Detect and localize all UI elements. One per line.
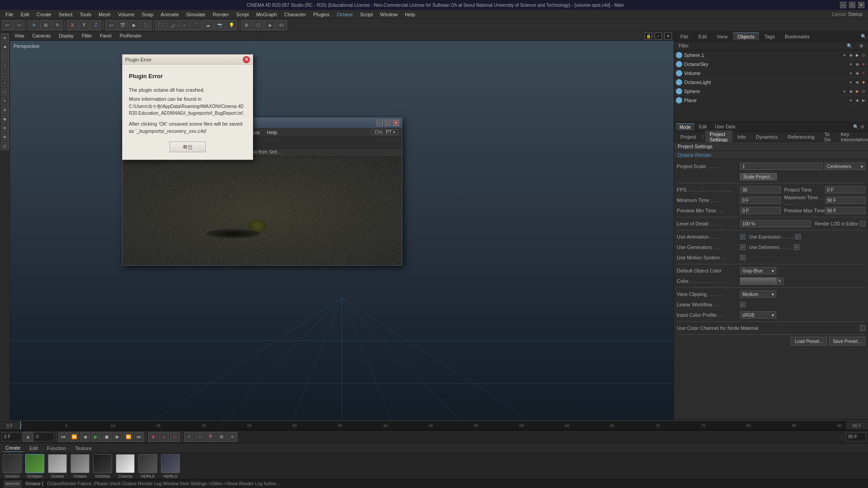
menu-character[interactable]: Character bbox=[281, 11, 310, 18]
obj-row-sphere1[interactable]: Sphere.1 ● ◆ ▶ ⊙ bbox=[674, 51, 868, 60]
lv-close-btn[interactable]: ✕ bbox=[393, 120, 399, 126]
tb-obj-y[interactable]: Y bbox=[79, 20, 90, 30]
obj-tag1-octanelight[interactable]: ■ bbox=[861, 80, 866, 85]
obj-tb-filter[interactable]: Filter bbox=[676, 43, 691, 49]
side-btn-13[interactable]: ◫ bbox=[1, 142, 9, 150]
side-btn-5[interactable]: ⋯ bbox=[1, 70, 9, 78]
obj-vis-sphere[interactable]: ● bbox=[842, 89, 847, 94]
tc-rewind-end[interactable]: ⏮ bbox=[58, 432, 68, 442]
vp-menu-filter[interactable]: Filter bbox=[79, 33, 94, 39]
obj-vis-octanelight[interactable]: ● bbox=[848, 80, 854, 85]
obj-vis-sphere1[interactable]: ● bbox=[842, 52, 847, 58]
vp-menu-panel[interactable]: Panel bbox=[97, 33, 114, 39]
obj-tag1-octanesky[interactable]: ■ bbox=[861, 61, 866, 67]
obj-vis-octanesky[interactable]: ● bbox=[848, 61, 854, 67]
mat-tab-function[interactable]: Function bbox=[44, 445, 69, 452]
tb-scale[interactable]: ⊞ bbox=[40, 20, 51, 30]
tab-view[interactable]: View bbox=[712, 33, 732, 40]
obj-vis-volume[interactable]: ● bbox=[848, 70, 854, 76]
prop-check-gen[interactable] bbox=[740, 244, 745, 250]
load-preset-button[interactable]: Load Preset... bbox=[791, 337, 827, 346]
prop-value-lod[interactable]: 100 % bbox=[740, 220, 811, 227]
tc-record2[interactable]: ● bbox=[159, 432, 169, 442]
tb-sel-rect[interactable]: ▭ bbox=[105, 20, 116, 30]
tc-stop[interactable]: ◼ bbox=[102, 432, 112, 442]
props-config-btn[interactable]: ⚙ bbox=[860, 124, 864, 129]
menu-render[interactable]: Render bbox=[209, 11, 232, 18]
tb-cam[interactable]: 📷 bbox=[214, 20, 225, 30]
tc-prev-key[interactable]: ⏪ bbox=[69, 432, 79, 442]
props-search-btn[interactable]: 🔍 bbox=[853, 124, 859, 129]
obj-tag1-plane[interactable]: ▶ bbox=[861, 98, 866, 103]
side-btn-9[interactable]: ⚙ bbox=[1, 106, 9, 114]
menu-plugins[interactable]: Plugins bbox=[310, 11, 333, 18]
obj-search-btn[interactable]: 🔍 bbox=[861, 34, 866, 39]
side-btn-4[interactable]: ○ bbox=[1, 61, 9, 69]
obj-render-volume[interactable]: ◆ bbox=[854, 70, 860, 76]
pe-close-button[interactable]: ✕ bbox=[243, 56, 250, 63]
vp-menu-display[interactable]: Display bbox=[56, 33, 76, 39]
tb-obj-z[interactable]: Z bbox=[90, 20, 101, 30]
obj-tb-search[interactable]: 🔍 bbox=[844, 43, 855, 49]
obj-row-octanelight[interactable]: OctaneLight ● ◆ ■ bbox=[674, 78, 868, 87]
tb-rotate[interactable]: ↻ bbox=[52, 20, 63, 30]
tb-render3[interactable]: ⬛ bbox=[141, 20, 151, 30]
side-btn-11[interactable]: ⊞ bbox=[1, 124, 9, 132]
obj-row-plane[interactable]: Plane ● ◆ ▶ bbox=[674, 96, 868, 105]
tb-wire[interactable]: ⬡ bbox=[253, 20, 264, 30]
mat-item-octglos[interactable]: OctGlos bbox=[3, 454, 22, 479]
menu-simulate[interactable]: Simulate bbox=[183, 11, 209, 18]
obj-render-octanesky[interactable]: ◆ bbox=[854, 61, 860, 67]
menu-octane[interactable]: Octane bbox=[333, 11, 356, 18]
prop-value-maxtime[interactable]: 90 F bbox=[825, 197, 866, 204]
tb-env[interactable]: ☁ bbox=[203, 20, 213, 30]
props-dynamics[interactable]: Dynamics bbox=[751, 133, 782, 141]
mat-item-octglos2[interactable]: OctGlos bbox=[93, 454, 112, 479]
tc-grid[interactable]: ⊞ bbox=[217, 432, 226, 442]
tab-bookmarks[interactable]: Bookmarks bbox=[780, 33, 814, 40]
menu-snap[interactable]: Snap bbox=[138, 11, 157, 18]
prop-value-projtime[interactable]: 0 F bbox=[825, 186, 866, 193]
mat-item-cinema[interactable]: Cinema bbox=[116, 454, 135, 479]
tb-material[interactable]: ◈ bbox=[264, 20, 275, 30]
tb-render[interactable]: 🎬 bbox=[117, 20, 128, 30]
menu-help[interactable]: Help bbox=[401, 11, 419, 18]
props-referencing[interactable]: Referencing bbox=[783, 133, 819, 141]
side-btn-2[interactable]: ◆ bbox=[1, 42, 9, 51]
side-btn-12[interactable]: ✿ bbox=[1, 133, 9, 141]
obj-tag1-volume[interactable]: ✕ bbox=[861, 70, 866, 76]
prop-check-motion[interactable] bbox=[740, 255, 745, 260]
prop-value-mintime[interactable]: 0 F bbox=[740, 197, 781, 204]
menu-tools[interactable]: Tools bbox=[76, 11, 95, 18]
vp-config-btn[interactable]: ⚙ bbox=[665, 33, 672, 40]
obj-tag1-sphere[interactable]: ▶ bbox=[854, 89, 860, 94]
vp-fullscreen-btn[interactable]: ⤢ bbox=[655, 33, 662, 40]
menu-script2[interactable]: Script bbox=[356, 11, 376, 18]
tc-increment[interactable]: ▲ bbox=[23, 432, 33, 442]
mat-item-hdrls2[interactable]: HDRLS bbox=[161, 454, 180, 479]
prop-dropdown-icp[interactable]: sRGB▾ bbox=[740, 311, 776, 319]
tb-cube[interactable]: ⬛ bbox=[156, 20, 166, 30]
menu-mesh[interactable]: Mesh bbox=[95, 11, 114, 18]
tab-objects[interactable]: Objects bbox=[733, 33, 759, 40]
end-frame-field[interactable]: 90 F bbox=[846, 432, 866, 441]
mat-item-hdrls1[interactable]: HDRLS bbox=[138, 454, 157, 479]
vp-lock-btn[interactable]: 🔒 bbox=[645, 33, 652, 40]
obj-render-sphere1[interactable]: ◆ bbox=[848, 52, 854, 58]
tc-record[interactable]: ⏺ bbox=[148, 432, 158, 442]
vp-menu-cameras[interactable]: Cameras bbox=[30, 33, 54, 39]
tc-p[interactable]: P bbox=[206, 432, 216, 442]
obj-render-octanelight[interactable]: ◆ bbox=[854, 80, 860, 85]
tc-next-key[interactable]: ⏩ bbox=[123, 432, 133, 442]
menu-select[interactable]: Select bbox=[55, 11, 76, 18]
tc-record3[interactable]: ⊙ bbox=[170, 432, 180, 442]
minimize-button[interactable]: ─ bbox=[840, 2, 846, 8]
mat-tab-edit[interactable]: Edit bbox=[27, 445, 41, 452]
prop-value-previewmax[interactable]: 90 F bbox=[825, 207, 866, 214]
props-mode-tab[interactable]: Mode bbox=[676, 123, 694, 131]
menu-animate[interactable]: Animate bbox=[157, 11, 182, 18]
menu-volume[interactable]: Volume bbox=[114, 11, 138, 18]
prop-check-deform[interactable] bbox=[794, 244, 799, 250]
obj-row-sphere[interactable]: Sphere ● ◆ ▶ ⊙ bbox=[674, 87, 868, 96]
mat-item-octane2[interactable]: Octane bbox=[71, 454, 90, 479]
